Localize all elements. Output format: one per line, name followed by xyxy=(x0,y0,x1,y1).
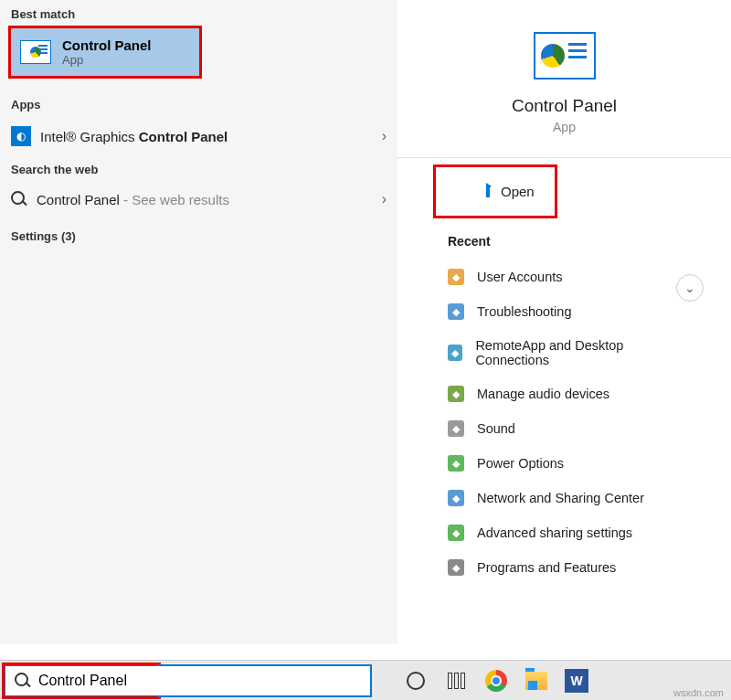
word-taskbar-button[interactable]: W xyxy=(560,664,593,697)
chrome-taskbar-button[interactable] xyxy=(480,664,513,697)
expand-button[interactable]: ⌄ xyxy=(676,274,704,302)
best-match-title: Control Panel xyxy=(62,37,152,53)
explorer-taskbar-button[interactable] xyxy=(520,664,553,697)
recent-item[interactable]: ◆RemoteApp and Desktop Connections xyxy=(448,329,681,377)
recent-item-label: RemoteApp and Desktop Connections xyxy=(475,338,681,367)
search-input-value[interactable]: Control Panel xyxy=(38,673,127,689)
intel-graphics-result[interactable]: ◐ Intel® Graphics Control Panel › xyxy=(0,117,397,155)
recent-item-label: Network and Sharing Center xyxy=(477,491,644,505)
hero-subtitle: App xyxy=(407,120,722,134)
divider xyxy=(397,157,731,158)
best-match-text: Control Panel App xyxy=(62,37,152,67)
recent-item-icon: ◆ xyxy=(448,455,464,472)
recent-header: Recent xyxy=(448,234,681,249)
task-view-button[interactable] xyxy=(440,664,472,697)
recent-item-icon: ◆ xyxy=(448,269,464,285)
search-icon xyxy=(11,191,27,207)
open-label: Open xyxy=(501,184,535,199)
web-result-suffix: - See web results xyxy=(120,192,229,207)
file-explorer-icon xyxy=(525,672,547,690)
recent-item[interactable]: ◆Advanced sharing settings xyxy=(448,515,681,550)
word-icon: W xyxy=(565,669,588,693)
web-search-result[interactable]: Control Panel - See web results › xyxy=(0,182,397,217)
chevron-right-icon[interactable]: › xyxy=(382,191,387,207)
taskbar: Control Panel W xyxy=(0,660,731,700)
app-hero: Control Panel App xyxy=(397,0,731,157)
details-pane: Control Panel App Open ⌄ Recent ◆User Ac… xyxy=(397,0,731,644)
recent-item-label: Manage audio devices xyxy=(477,387,609,401)
recent-item[interactable]: ◆Manage audio devices xyxy=(448,377,681,411)
recent-item[interactable]: ◆Programs and Features xyxy=(448,550,681,585)
control-panel-hero-icon xyxy=(534,32,596,80)
recent-item[interactable]: ◆Troubleshooting xyxy=(448,294,681,329)
task-view-icon xyxy=(448,673,465,689)
control-panel-icon xyxy=(20,40,51,64)
chevron-right-icon[interactable]: › xyxy=(382,128,387,144)
intel-icon: ◐ xyxy=(11,126,31,146)
apps-header: Apps xyxy=(0,90,397,117)
settings-header: Settings (3) xyxy=(0,222,397,249)
recent-item-icon: ◆ xyxy=(448,345,462,361)
search-results-pane: Best match Control Panel App Apps ◐ Inte… xyxy=(0,0,397,644)
cortana-button[interactable] xyxy=(399,664,432,697)
search-box[interactable]: Control Panel xyxy=(4,664,159,697)
recent-item-label: Sound xyxy=(477,421,515,436)
best-match-subtitle: App xyxy=(62,53,152,67)
best-match-result[interactable]: Control Panel App xyxy=(9,27,201,78)
recent-item[interactable]: ◆Network and Sharing Center xyxy=(448,481,681,515)
recent-item-label: Troubleshooting xyxy=(477,304,571,319)
recent-item[interactable]: ◆Sound xyxy=(448,411,681,446)
recent-item-label: Power Options xyxy=(477,456,564,471)
recent-item-icon: ◆ xyxy=(448,386,464,402)
hero-title: Control Panel xyxy=(407,96,722,116)
cortana-icon xyxy=(407,672,425,690)
search-box-extension[interactable] xyxy=(157,664,372,697)
open-action[interactable]: Open xyxy=(436,167,555,216)
intel-bold: Control Panel xyxy=(139,129,228,144)
watermark: wsxdn.com xyxy=(673,687,724,698)
recent-item-icon: ◆ xyxy=(448,303,464,320)
search-icon xyxy=(15,673,31,689)
recent-item[interactable]: ◆User Accounts xyxy=(448,260,681,294)
recent-item-label: Advanced sharing settings xyxy=(477,525,632,540)
chrome-icon xyxy=(485,670,507,692)
recent-item[interactable]: ◆Power Options xyxy=(448,446,681,481)
intel-prefix: Intel® Graphics xyxy=(40,129,139,144)
recent-item-label: Programs and Features xyxy=(477,560,616,575)
web-result-text: Control Panel xyxy=(37,192,120,207)
recent-item-icon: ◆ xyxy=(448,525,464,541)
recent-item-icon: ◆ xyxy=(448,559,464,576)
best-match-header: Best match xyxy=(0,0,397,27)
recent-item-label: User Accounts xyxy=(477,270,563,284)
search-web-header: Search the web xyxy=(0,155,397,182)
recent-item-icon: ◆ xyxy=(448,490,464,506)
open-icon xyxy=(486,186,490,197)
recent-item-icon: ◆ xyxy=(448,420,464,437)
